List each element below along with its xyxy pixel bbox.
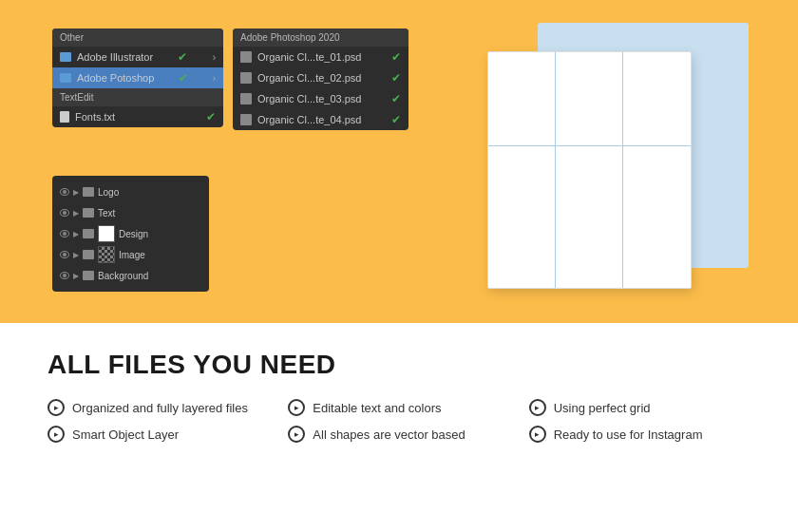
arrow-icon-2: › <box>213 73 216 84</box>
doc-icon <box>60 111 69 123</box>
layer-bg-label: Background <box>98 271 148 281</box>
features-grid: ▸ Organized and fully layered files ▸ Ed… <box>48 399 750 443</box>
layer-design-label: Design <box>119 229 148 239</box>
eye-icon-logo[interactable] <box>60 188 69 196</box>
bottom-section: ALL FILES YOU NEED ▸ Organized and fully… <box>0 323 798 532</box>
layer-logo-label: Logo <box>98 187 119 198</box>
layer-text[interactable]: ▶ Text <box>52 202 209 223</box>
psd-label-1: Organic Cl...te_01.psd <box>257 51 361 63</box>
feature-label-6: Ready to use for Instagram <box>554 428 703 442</box>
circle-arrow-icon-6: ▸ <box>529 426 546 443</box>
feature-label-5: Using perfect grid <box>554 401 651 415</box>
layer-image[interactable]: ▶ Image <box>52 244 209 265</box>
psd-label-4: Organic Cl...te_04.psd <box>257 114 361 125</box>
fonts-label: Fonts.txt <box>75 111 115 123</box>
circle-arrow-icon-5: ▸ <box>529 399 546 416</box>
feature-2: ▸ Smart Object Layer <box>48 426 269 443</box>
feature-3: ▸ Editable text and colors <box>288 399 509 416</box>
circle-arrow-icon-4: ▸ <box>288 426 305 443</box>
group-icon-image <box>83 250 94 259</box>
arrow-bg: ▶ <box>73 272 79 280</box>
psd-item-2[interactable]: Organic Cl...te_02.psd ✔ <box>233 67 408 88</box>
circle-arrow-icon-2: ▸ <box>48 426 65 443</box>
layer-design[interactable]: ▶ Design <box>52 223 209 244</box>
check-icon: ✔ <box>178 50 187 64</box>
photoshop-label: Adobe Potoshop <box>77 72 154 84</box>
layer-logo[interactable]: ▶ Logo <box>52 181 209 202</box>
feature-label-1: Organized and fully layered files <box>72 401 248 415</box>
thumb-image <box>98 246 115 263</box>
eye-icon-bg[interactable] <box>60 272 69 279</box>
file-checker-panel: Other Adobe Illustrator ✔ › Adobe Potosh… <box>52 28 223 127</box>
check-psd-2: ✔ <box>391 71 401 85</box>
feature-1: ▸ Organized and fully layered files <box>48 399 269 416</box>
textedit-header: TextEdit <box>52 88 223 106</box>
folder-icon-2 <box>60 73 71 83</box>
feature-6: ▸ Ready to use for Instagram <box>529 426 750 443</box>
check-psd-1: ✔ <box>391 50 401 64</box>
other-header: Other <box>52 28 223 47</box>
psd-item-1[interactable]: Organic Cl...te_01.psd ✔ <box>233 47 408 67</box>
check-psd-3: ✔ <box>391 92 401 105</box>
eye-icon-image[interactable] <box>60 251 69 258</box>
canvas-preview <box>487 51 692 289</box>
feature-5: ▸ Using perfect grid <box>529 399 750 416</box>
photoshop-item[interactable]: Adobe Potoshop ✔ › <box>52 67 223 88</box>
feature-4: ▸ All shapes are vector based <box>288 426 509 443</box>
check-icon-2: ✔ <box>179 71 188 85</box>
feature-label-3: Editable text and colors <box>313 401 441 415</box>
feature-label-2: Smart Object Layer <box>72 428 179 442</box>
photoshop-panel-header: Adobe Photoshop 2020 <box>233 28 408 47</box>
psd-icon-4 <box>240 114 252 125</box>
layers-panel: ▶ Logo ▶ Text ▶ Design ▶ Image <box>52 176 209 292</box>
psd-item-3[interactable]: Organic Cl...te_03.psd ✔ <box>233 88 408 109</box>
illustrator-label: Adobe Illustrator <box>77 51 153 63</box>
group-icon-text <box>83 208 94 218</box>
arrow-text: ▶ <box>73 209 79 218</box>
arrow-image: ▶ <box>73 251 79 259</box>
feature-label-4: All shapes are vector based <box>313 428 465 442</box>
psd-icon-3 <box>240 93 252 104</box>
photoshop-panel: Adobe Photoshop 2020 Organic Cl...te_01.… <box>233 28 408 130</box>
psd-icon-1 <box>240 51 252 63</box>
group-icon-design <box>83 229 94 238</box>
psd-item-4[interactable]: Organic Cl...te_04.psd ✔ <box>233 109 408 130</box>
fonts-item[interactable]: Fonts.txt ✔ <box>52 106 223 127</box>
psd-icon-2 <box>240 72 252 84</box>
check-psd-4: ✔ <box>391 113 401 126</box>
group-icon-bg <box>83 271 94 280</box>
folder-icon <box>60 52 71 62</box>
arrow-logo: ▶ <box>73 188 79 197</box>
psd-label-2: Organic Cl...te_02.psd <box>257 72 361 84</box>
layer-text-label: Text <box>98 208 115 218</box>
layer-background[interactable]: ▶ Background <box>52 265 209 286</box>
circle-arrow-icon-1: ▸ <box>48 399 65 416</box>
circle-arrow-icon-3: ▸ <box>288 399 305 416</box>
check-icon-3: ✔ <box>206 110 216 124</box>
thumb-design <box>98 225 115 242</box>
arrow-design: ▶ <box>73 230 79 238</box>
group-icon-logo <box>83 187 94 197</box>
arrow-icon: › <box>213 52 216 63</box>
eye-icon-design[interactable] <box>60 230 69 238</box>
psd-label-3: Organic Cl...te_03.psd <box>257 93 361 104</box>
top-section: Other Adobe Illustrator ✔ › Adobe Potosh… <box>0 0 798 323</box>
layer-image-label: Image <box>119 250 145 260</box>
illustrator-item[interactable]: Adobe Illustrator ✔ › <box>52 47 223 67</box>
section-title: ALL FILES YOU NEED <box>48 350 750 380</box>
eye-icon-text[interactable] <box>60 209 69 217</box>
